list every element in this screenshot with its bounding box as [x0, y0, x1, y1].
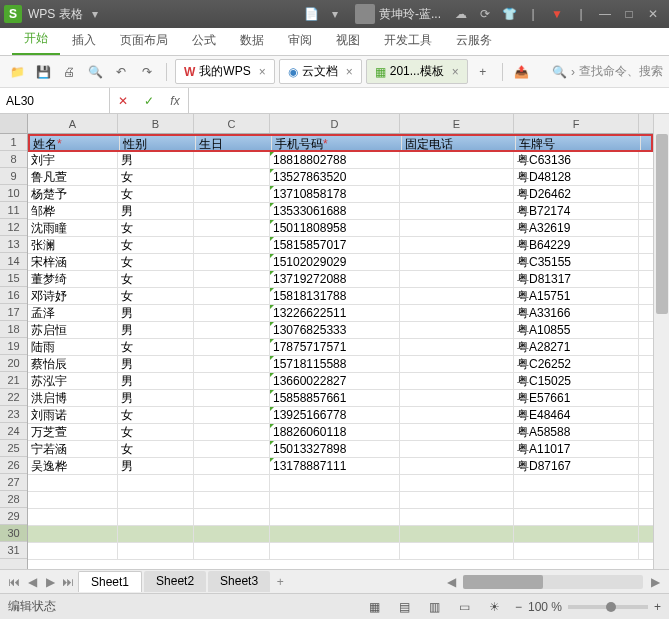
cell[interactable]: 15718115588: [270, 356, 400, 372]
ribbon-tab-1[interactable]: 插入: [60, 26, 108, 55]
cell[interactable]: [194, 169, 270, 185]
cell[interactable]: 女: [118, 288, 194, 304]
cell[interactable]: [118, 526, 194, 542]
doc-tab-2[interactable]: ▦201...模板×: [366, 59, 468, 84]
cell[interactable]: 张澜: [28, 237, 118, 253]
cell[interactable]: [28, 475, 118, 491]
cell[interactable]: 男: [118, 356, 194, 372]
cell[interactable]: [400, 220, 514, 236]
cell[interactable]: 女: [118, 339, 194, 355]
row-header[interactable]: 23: [0, 406, 27, 423]
col-header-D[interactable]: D: [270, 114, 400, 133]
cell[interactable]: [118, 475, 194, 491]
cell[interactable]: [400, 424, 514, 440]
sheet-tab-0[interactable]: Sheet1: [78, 571, 142, 592]
row-header[interactable]: 29: [0, 508, 27, 525]
cell[interactable]: 邹桦: [28, 203, 118, 219]
row-header[interactable]: 24: [0, 423, 27, 440]
row-header[interactable]: 28: [0, 491, 27, 508]
add-sheet-icon[interactable]: +: [272, 575, 288, 589]
cell[interactable]: 男: [118, 390, 194, 406]
cell[interactable]: 女: [118, 220, 194, 236]
cell[interactable]: 13226622511: [270, 305, 400, 321]
cell[interactable]: [400, 441, 514, 457]
cell[interactable]: 粤B64229: [514, 237, 639, 253]
redo-icon[interactable]: ↷: [136, 61, 158, 83]
cell[interactable]: 粤E57661: [514, 390, 639, 406]
cell[interactable]: 鲁凡萱: [28, 169, 118, 185]
cell[interactable]: 生日: [196, 136, 272, 150]
col-header-F[interactable]: F: [514, 114, 639, 133]
refresh-icon[interactable]: ⟳: [475, 4, 495, 24]
cell[interactable]: [194, 475, 270, 491]
cell[interactable]: 杨楚予: [28, 186, 118, 202]
ribbon-tab-0[interactable]: 开始: [12, 24, 60, 55]
cell[interactable]: [400, 509, 514, 525]
cell[interactable]: 沈雨瞳: [28, 220, 118, 236]
cell[interactable]: 粤E48464: [514, 407, 639, 423]
cell[interactable]: [400, 288, 514, 304]
cell[interactable]: [194, 390, 270, 406]
cell[interactable]: 陆雨: [28, 339, 118, 355]
cell[interactable]: 苏启恒: [28, 322, 118, 338]
cell[interactable]: [400, 186, 514, 202]
cell[interactable]: 粤D87167: [514, 458, 639, 474]
select-all-corner[interactable]: [0, 114, 27, 134]
cell[interactable]: 粤C63136: [514, 152, 639, 168]
cell-reference[interactable]: AL30: [0, 88, 110, 113]
cell[interactable]: 粤C26252: [514, 356, 639, 372]
cell[interactable]: [194, 441, 270, 457]
cell[interactable]: [194, 543, 270, 559]
cell[interactable]: 13076825333: [270, 322, 400, 338]
cell[interactable]: [400, 492, 514, 508]
col-header-C[interactable]: C: [194, 114, 270, 133]
ribbon-tab-5[interactable]: 审阅: [276, 26, 324, 55]
cell[interactable]: 18818802788: [270, 152, 400, 168]
row-header[interactable]: 20: [0, 355, 27, 372]
cell[interactable]: [400, 356, 514, 372]
cell[interactable]: [400, 152, 514, 168]
cell[interactable]: [400, 339, 514, 355]
cell[interactable]: [28, 492, 118, 508]
cell[interactable]: 车牌号: [516, 136, 641, 150]
undo-icon[interactable]: ↶: [110, 61, 132, 83]
cell[interactable]: 15011808958: [270, 220, 400, 236]
cell[interactable]: [194, 203, 270, 219]
cell[interactable]: 女: [118, 254, 194, 270]
cell[interactable]: 粤C15025: [514, 373, 639, 389]
doc-icon[interactable]: 📄: [301, 4, 321, 24]
row-header[interactable]: 25: [0, 440, 27, 457]
ribbon-tab-2[interactable]: 页面布局: [108, 26, 180, 55]
cell[interactable]: 粤A58588: [514, 424, 639, 440]
zoom-in-icon[interactable]: +: [654, 600, 661, 614]
cell[interactable]: [400, 322, 514, 338]
cell[interactable]: [194, 322, 270, 338]
cell[interactable]: 女: [118, 407, 194, 423]
row-header[interactable]: 21: [0, 372, 27, 389]
cell[interactable]: [194, 271, 270, 287]
reading-icon[interactable]: ▭: [455, 600, 475, 614]
view-normal-icon[interactable]: ▦: [365, 600, 385, 614]
cell[interactable]: 13660022827: [270, 373, 400, 389]
cell[interactable]: 万芝萱: [28, 424, 118, 440]
cell[interactable]: [400, 305, 514, 321]
row-header[interactable]: 26: [0, 457, 27, 474]
print-icon[interactable]: 🖨: [58, 61, 80, 83]
confirm-icon[interactable]: ✓: [136, 94, 162, 108]
cell[interactable]: [400, 254, 514, 270]
cell[interactable]: 刘雨诺: [28, 407, 118, 423]
row-header[interactable]: 18: [0, 321, 27, 338]
cell[interactable]: [270, 526, 400, 542]
save-icon[interactable]: 💾: [32, 61, 54, 83]
dropdown-icon[interactable]: ▾: [85, 4, 105, 24]
cell[interactable]: [400, 543, 514, 559]
cell[interactable]: 13527863520: [270, 169, 400, 185]
cell[interactable]: 手机号码*: [272, 136, 402, 150]
cell[interactable]: 女: [118, 186, 194, 202]
sheet-tab-2[interactable]: Sheet3: [208, 571, 270, 592]
sheet-tab-1[interactable]: Sheet2: [144, 571, 206, 592]
cell[interactable]: [400, 203, 514, 219]
cancel-icon[interactable]: ✕: [110, 94, 136, 108]
col-header-A[interactable]: A: [28, 114, 118, 133]
fx-icon[interactable]: fx: [162, 94, 188, 108]
